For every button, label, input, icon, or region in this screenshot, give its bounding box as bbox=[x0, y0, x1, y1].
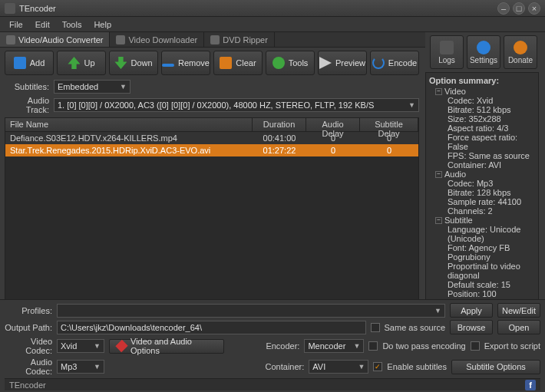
twopass-label: Do two pass encoding bbox=[382, 341, 465, 351]
downloader-icon bbox=[116, 35, 125, 44]
up-button[interactable]: Up bbox=[57, 51, 106, 75]
menu-help[interactable]: Help bbox=[88, 18, 117, 31]
app-icon bbox=[5, 3, 15, 14]
apply-button[interactable]: Apply bbox=[450, 303, 493, 318]
audiotrack-label: Audio Track: bbox=[5, 96, 49, 114]
summary-title: Option summary: bbox=[429, 76, 535, 85]
chevron-down-icon: ▼ bbox=[120, 83, 127, 91]
browse-button[interactable]: Browse bbox=[450, 320, 493, 334]
videocodec-label: Video Codec: bbox=[5, 337, 52, 355]
refresh-icon bbox=[372, 57, 385, 69]
window-title: TEncoder bbox=[19, 4, 494, 13]
newedit-button[interactable]: New/Edit bbox=[497, 303, 540, 318]
export-script-checkbox[interactable] bbox=[471, 341, 480, 351]
menu-edit[interactable]: Edit bbox=[29, 18, 56, 31]
settings-button[interactable]: Settings bbox=[467, 35, 500, 69]
audiocodec-select[interactable]: Mp3▼ bbox=[57, 360, 104, 374]
encoder-select[interactable]: Mencoder▼ bbox=[304, 339, 364, 353]
file-table: File Name Duration Audio Delay Subtitle … bbox=[5, 117, 419, 311]
chevron-down-icon: ▼ bbox=[94, 342, 101, 350]
audiotrack-select[interactable]: 1. [0] [0][0] / 0X2000, AC3 ([0] [0][0] … bbox=[54, 98, 419, 112]
ripper-icon bbox=[210, 35, 220, 44]
outputpath-field[interactable]: C:\Users\jkz\Downloads\tencoder_64\ bbox=[57, 321, 366, 334]
remove-button[interactable]: Remove bbox=[161, 51, 210, 75]
wrench-icon bbox=[272, 57, 285, 69]
heart-icon bbox=[514, 41, 527, 54]
container-label: Container: bbox=[266, 362, 305, 371]
chevron-down-icon: ▼ bbox=[94, 363, 101, 371]
minimize-button[interactable]: – bbox=[497, 2, 510, 15]
audiocodec-label: Audio Codec: bbox=[5, 357, 52, 376]
videocodec-select[interactable]: Xvid▼ bbox=[57, 339, 104, 353]
down-button[interactable]: Down bbox=[109, 51, 158, 75]
export-script-label: Export to script bbox=[484, 341, 540, 351]
arrow-up-icon bbox=[68, 57, 80, 69]
profiles-select[interactable]: ▼ bbox=[57, 304, 445, 318]
menu-file[interactable]: File bbox=[3, 18, 29, 31]
play-icon bbox=[319, 57, 332, 69]
table-row[interactable]: Star.Trek.Renegades.2015.HDRip.XviD.AC3-… bbox=[5, 144, 418, 156]
header-audiodelay[interactable]: Audio Delay bbox=[306, 118, 360, 131]
maximize-button[interactable]: □ bbox=[513, 2, 525, 15]
trash-icon bbox=[220, 57, 232, 69]
same-as-source-label: Same as source bbox=[385, 323, 445, 332]
wrench-icon bbox=[115, 340, 127, 352]
tab-converter[interactable]: Video/Audio Converter bbox=[0, 32, 110, 47]
encode-button[interactable]: Encode bbox=[370, 51, 419, 75]
subtitles-select[interactable]: Embedded▼ bbox=[54, 80, 130, 94]
add-button[interactable]: Add bbox=[5, 51, 54, 75]
tab-ripper[interactable]: DVD Ripper bbox=[204, 32, 275, 47]
header-filename[interactable]: File Name bbox=[5, 118, 253, 131]
chevron-down-icon: ▼ bbox=[358, 363, 365, 371]
clear-button[interactable]: Clear bbox=[213, 51, 263, 75]
tools-button[interactable]: Tools bbox=[266, 51, 315, 75]
enable-subtitles-label: Enable subtitles bbox=[387, 362, 447, 371]
option-summary: Option summary: −Video Codec: Xvid Bitra… bbox=[425, 72, 539, 321]
minus-icon bbox=[162, 64, 174, 67]
va-options-button[interactable]: Video and Audio Options bbox=[109, 339, 224, 354]
preview-button[interactable]: Preview bbox=[318, 51, 367, 75]
tab-downloader[interactable]: Video Downloader bbox=[110, 32, 204, 47]
subtitle-options-button[interactable]: Subtitle Options bbox=[451, 360, 540, 374]
tree-toggle[interactable]: − bbox=[435, 217, 442, 224]
status-text: TEncoder bbox=[9, 380, 46, 390]
profiles-label: Profiles: bbox=[5, 306, 52, 315]
chevron-down-icon: ▼ bbox=[408, 101, 415, 109]
chevron-down-icon: ▼ bbox=[434, 307, 441, 315]
encoder-label: Encoder: bbox=[266, 341, 299, 351]
outputpath-label: Output Path: bbox=[5, 323, 52, 332]
table-row[interactable]: Defiance.S03E12.HDTV.x264-KILLERS.mp4 00… bbox=[5, 132, 418, 144]
converter-icon bbox=[6, 35, 15, 44]
tree-toggle[interactable]: − bbox=[435, 171, 442, 178]
menu-tools[interactable]: Tools bbox=[56, 18, 88, 31]
enable-subtitles-checkbox[interactable] bbox=[373, 362, 382, 371]
same-as-source-checkbox[interactable] bbox=[371, 323, 380, 332]
open-button[interactable]: Open bbox=[497, 320, 540, 334]
header-subtitledelay[interactable]: Subtitle Delay bbox=[360, 118, 418, 131]
close-button[interactable]: × bbox=[528, 2, 540, 15]
gear-icon bbox=[477, 41, 490, 54]
logs-icon bbox=[440, 41, 454, 54]
twopass-checkbox[interactable] bbox=[368, 341, 378, 351]
logs-button[interactable]: Logs bbox=[430, 35, 464, 69]
subtitles-label: Subtitles: bbox=[5, 82, 49, 91]
tree-toggle[interactable]: − bbox=[435, 88, 442, 95]
header-duration[interactable]: Duration bbox=[253, 118, 306, 131]
chevron-down-icon: ▼ bbox=[353, 342, 360, 350]
arrow-down-icon bbox=[114, 57, 127, 69]
donate-button[interactable]: Donate bbox=[504, 35, 537, 69]
facebook-icon[interactable]: f bbox=[525, 380, 536, 390]
plus-icon bbox=[14, 57, 26, 69]
container-select[interactable]: AVI▼ bbox=[309, 360, 368, 374]
